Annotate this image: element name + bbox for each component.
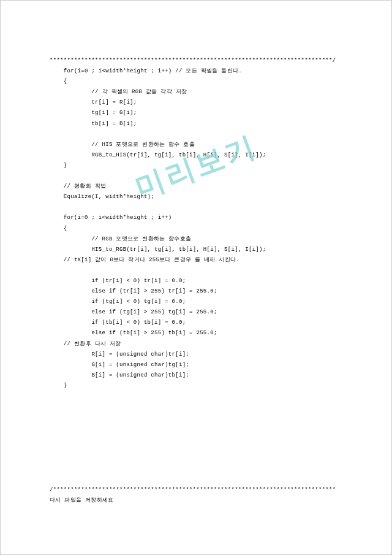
code-line: RGB_to_HIS(tr[i], tg[i], tb[i], H[i], S[… [50,152,266,158]
document-page: 미리보기 ***********************************… [0,0,392,555]
code-line: if (tr[i] < 0) tr[i] = 0.0; [50,278,186,284]
code-line: /***************************************… [50,487,336,493]
code-line: // tX[i] 값이 0보다 작거나 255보다 큰경우 를 배제 시킨다. [50,257,239,263]
code-line: } [50,383,67,389]
footer-text: 다시 파일을 저장하세요 [50,497,113,503]
code-line: // 평활화 작업 [50,183,106,189]
code-line: } [50,163,67,169]
code-line: if (tg[i] < 0) tg[i] = 0.0; [50,299,186,305]
code-line: if (tb[i] < 0) tb[i] = 0.0; [50,320,186,326]
code-line: tg[i] = G[i]; [50,110,137,116]
code-block: ****************************************… [50,56,350,391]
code-line: else if (tg[i] > 255) tg[i] = 255.0; [50,309,217,315]
code-line: ****************************************… [50,58,336,64]
code-line: HIS_to_RGB(tr[i], tg[i], tb[i], H[i], S[… [50,247,266,253]
code-line: Equalize(I, width*height); [50,194,154,200]
code-line: // RGB 포맷으로 변환하는 함수호출 [50,236,191,242]
code-line: tb[i] = B[i]; [50,121,137,127]
code-line: for(i=0 ; i<width*height ; i++) [50,215,172,221]
footer-block: /***************************************… [50,485,350,506]
code-line: else if (tr[i] > 255) tr[i] = 255.0; [50,288,217,294]
code-line: { [50,78,67,85]
code-line: // 각 픽셀의 RGB 값을 각각 저장 [50,89,187,95]
code-line: // HIS 포맷으로 변환하는 함수 호출 [50,142,195,148]
code-line: R[i] = (unsigned char)tr[i]; [50,351,189,358]
code-line: // 변환후 다시 저장 [50,341,121,347]
code-line: G[i] = (unsigned char)tg[i]; [50,362,189,368]
code-line: else if (tb[i] > 255) tb[i] = 255.0; [50,330,217,336]
code-line: { [50,226,67,232]
code-line: for(i=0 ; i<width*height ; i++) // 모든 픽셀… [50,68,242,74]
code-line: B[i] = (unsigned char)tb[i]; [50,372,189,378]
code-line: tr[i] = R[i]; [50,99,137,105]
